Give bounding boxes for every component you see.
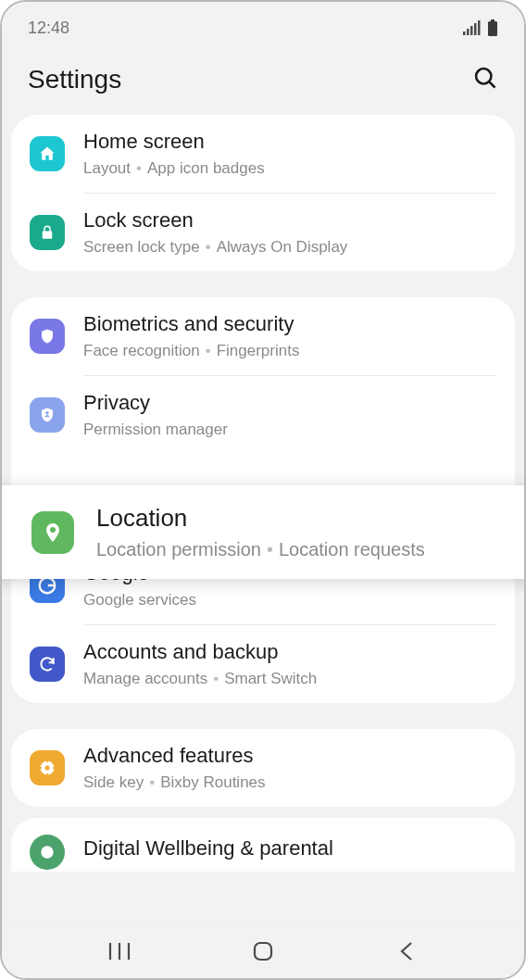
item-title: Home screen: [83, 128, 496, 156]
item-title: Location: [96, 502, 506, 534]
svg-rect-22: [255, 943, 271, 960]
item-title: Digital Wellbeing & parental: [83, 835, 496, 862]
home-button[interactable]: [226, 933, 300, 970]
item-subtitle: Side key•Bixby Routines: [83, 772, 496, 794]
pin-icon: [31, 511, 74, 554]
item-subtitle: Screen lock type•Always On Display: [83, 236, 496, 258]
svg-point-9: [45, 411, 48, 414]
status-icons: [463, 19, 498, 36]
svg-rect-1: [467, 29, 470, 35]
settings-item-privacy[interactable]: Privacy Permission manager: [11, 376, 515, 454]
svg-rect-4: [478, 20, 481, 35]
settings-item-wellbeing[interactable]: Digital Wellbeing & parental: [11, 818, 515, 872]
svg-point-13: [45, 766, 50, 771]
item-subtitle: Location permission•Location requests: [96, 536, 506, 562]
settings-item-accounts[interactable]: Accounts and backup Manage accounts•Smar…: [11, 625, 515, 703]
item-subtitle: Face recognition•Fingerprints: [83, 340, 496, 362]
wellbeing-icon: [30, 835, 65, 870]
svg-rect-0: [463, 31, 466, 35]
svg-rect-6: [488, 21, 497, 36]
settings-item-biometrics[interactable]: Biometrics and security Face recognition…: [11, 297, 515, 375]
settings-group: Home screen Layout•App icon badges Lock …: [11, 115, 515, 271]
svg-rect-5: [491, 19, 495, 21]
privacy-icon: [30, 397, 65, 433]
item-title: Lock screen: [83, 207, 496, 234]
recents-icon: [107, 941, 132, 961]
lock-icon: [30, 215, 65, 250]
search-icon: [472, 65, 498, 91]
svg-rect-3: [474, 23, 477, 35]
home-nav-icon: [252, 940, 274, 962]
item-subtitle: Layout•App icon badges: [83, 157, 496, 180]
svg-point-18: [41, 846, 53, 858]
navigation-bar: [2, 923, 524, 978]
settings-item-location[interactable]: Location Location permission•Location re…: [0, 485, 526, 579]
item-subtitle: Manage accounts•Smart Switch: [83, 668, 496, 690]
svg-rect-14: [46, 760, 48, 763]
item-title: Biometrics and security: [83, 310, 496, 338]
settings-group: Advanced features Side key•Bixby Routine…: [11, 729, 515, 807]
page-title: Settings: [28, 65, 121, 94]
item-subtitle: Google services: [83, 589, 496, 611]
status-time: 12:48: [28, 19, 69, 38]
item-title: Advanced features: [83, 742, 496, 770]
svg-point-7: [476, 69, 491, 83]
svg-line-8: [490, 82, 495, 88]
gear-icon: [30, 750, 65, 785]
sync-icon: [30, 647, 65, 682]
back-button[interactable]: [369, 933, 444, 970]
signal-icon: [463, 20, 482, 35]
settings-group: Digital Wellbeing & parental: [11, 818, 515, 872]
settings-header: Settings: [2, 48, 524, 115]
item-subtitle: Permission manager: [83, 419, 496, 441]
home-icon: [30, 136, 65, 171]
back-icon: [398, 940, 415, 962]
svg-rect-15: [46, 773, 48, 776]
svg-rect-16: [40, 767, 43, 769]
svg-rect-17: [53, 767, 56, 769]
item-title: Privacy: [83, 389, 496, 417]
search-button[interactable]: [472, 65, 498, 94]
settings-item-home-screen[interactable]: Home screen Layout•App icon badges: [11, 115, 515, 193]
svg-rect-11: [46, 584, 48, 586]
status-bar: 12:48: [2, 2, 524, 48]
settings-item-lock-screen[interactable]: Lock screen Screen lock type•Always On D…: [11, 194, 515, 271]
recents-button[interactable]: [82, 933, 157, 970]
item-title: Accounts and backup: [83, 638, 496, 666]
battery-icon: [487, 19, 498, 36]
shield-icon: [30, 319, 65, 354]
settings-item-advanced[interactable]: Advanced features Side key•Bixby Routine…: [11, 729, 515, 807]
svg-rect-2: [470, 26, 473, 35]
